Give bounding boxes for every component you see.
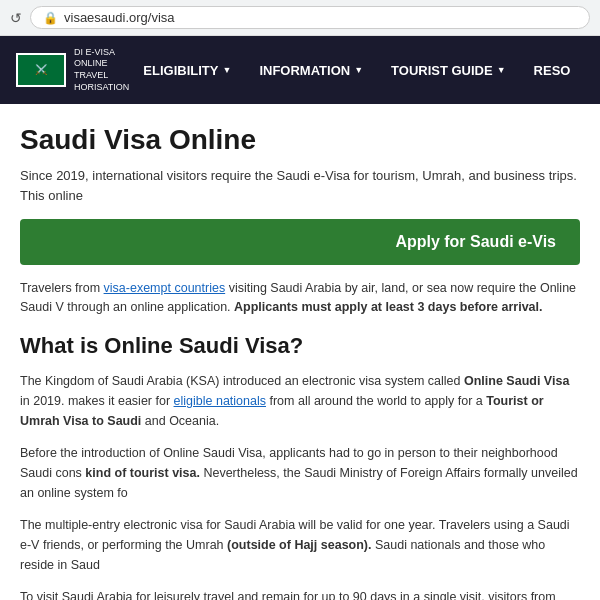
nav-item-information[interactable]: INFORMATION ▼	[245, 55, 377, 86]
url-bar[interactable]: 🔒 visaesaudi.org/visa	[30, 6, 590, 29]
saudi-flag: ⚔️	[16, 53, 66, 87]
nav-item-tourist-guide[interactable]: TOURIST GUIDE ▼	[377, 55, 520, 86]
intro-paragraph: Since 2019, international visitors requi…	[20, 166, 580, 205]
body-para-3: The multiple-entry electronic visa for S…	[20, 515, 580, 575]
main-content: Saudi Visa Online Since 2019, internatio…	[0, 104, 600, 600]
visa-exempt-link[interactable]: visa-exempt countries	[104, 281, 226, 295]
nav-item-resources[interactable]: RESO	[520, 55, 585, 86]
lock-icon: 🔒	[43, 11, 58, 25]
page-title: Saudi Visa Online	[20, 124, 580, 156]
chevron-down-icon: ▼	[497, 65, 506, 75]
nav-menu: ELIGIBILITY ▼ INFORMATION ▼ TOURIST GUID…	[129, 55, 584, 86]
notice-text: Travelers from visa-exempt countries vis…	[20, 279, 580, 317]
chevron-down-icon: ▼	[354, 65, 363, 75]
notice-bold: Applicants must apply at least 3 days be…	[234, 300, 542, 314]
reload-icon[interactable]: ↺	[10, 10, 22, 26]
flag-emblem: ⚔️	[35, 65, 47, 75]
section-title-what-is: What is Online Saudi Visa?	[20, 333, 580, 359]
notice-before: Travelers from	[20, 281, 104, 295]
chevron-down-icon: ▼	[222, 65, 231, 75]
apply-button[interactable]: Apply for Saudi e-Vis	[20, 219, 580, 265]
body-para-4: To visit Saudi Arabia for leisurely trav…	[20, 587, 580, 601]
site-title: DI E-VISA ONLINE TRAVEL HORISATION	[74, 47, 129, 94]
nav-item-eligibility[interactable]: ELIGIBILITY ▼	[129, 55, 245, 86]
browser-chrome: ↺ 🔒 visaesaudi.org/visa	[0, 0, 600, 36]
body-para-2: Before the introduction of Online Saudi …	[20, 443, 580, 503]
url-text: visaesaudi.org/visa	[64, 10, 175, 25]
eligible-nationals-link[interactable]: eligible nationals	[174, 394, 266, 408]
nav-header: ⚔️ DI E-VISA ONLINE TRAVEL HORISATION EL…	[0, 36, 600, 104]
body-para-1: The Kingdom of Saudi Arabia (KSA) introd…	[20, 371, 580, 431]
